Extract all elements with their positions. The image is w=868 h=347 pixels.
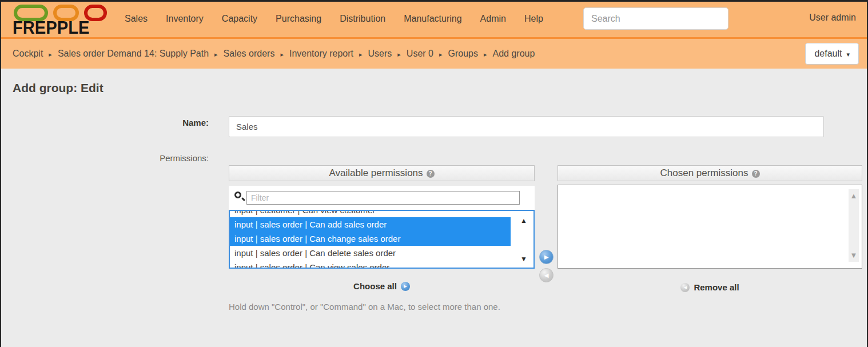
chosen-permissions-header: Chosen permissions? xyxy=(558,165,862,181)
menu-item-sales[interactable]: Sales xyxy=(116,14,157,24)
breadcrumb-separator-icon: ▸ xyxy=(214,50,218,58)
chosen-scrollbar: ▲ ▼ xyxy=(849,189,859,262)
window-edge-top xyxy=(0,0,868,2)
available-permissions-header: Available permissions? xyxy=(229,165,535,181)
main-content: Add group: Edit Name: Permissions: Avail… xyxy=(0,69,868,347)
chosen-permissions-select[interactable]: ▲ ▼ xyxy=(558,185,862,269)
permissions-label: Permissions: xyxy=(0,153,209,163)
breadcrumb-separator-icon: ▸ xyxy=(49,50,52,58)
breadcrumb-separator-icon: ▸ xyxy=(397,50,401,58)
breadcrumb-sales-orders[interactable]: Sales orders xyxy=(224,49,275,59)
permission-option[interactable]: input | sales order | Can view sales ord… xyxy=(230,260,511,269)
multi-select-help-text: Hold down "Control", or "Command" on a M… xyxy=(229,302,500,312)
breadcrumb-add-group[interactable]: Add group xyxy=(493,49,535,59)
remove-all-arrow-icon: ◀ xyxy=(680,283,690,292)
scenario-dropdown-button[interactable]: default ▾ xyxy=(805,43,859,65)
remove-all-link[interactable]: ◀ Remove all xyxy=(558,282,862,292)
logo-text: FREPPLE xyxy=(13,18,89,38)
scenario-dropdown-label: default xyxy=(814,49,842,59)
menu-item-capacity[interactable]: Capacity xyxy=(213,14,266,24)
arrow-right-icon: ▶ xyxy=(544,254,549,260)
main-menu: Sales Inventory Capacity Purchasing Dist… xyxy=(116,0,552,37)
remove-selected-button[interactable]: ◀ xyxy=(539,268,554,282)
search-icon xyxy=(234,191,245,202)
filter-input[interactable] xyxy=(246,191,520,205)
name-input[interactable] xyxy=(229,116,824,137)
scroll-up-icon[interactable]: ▲ xyxy=(519,217,528,225)
breadcrumb: Cockpit ▸ Sales order Demand 14: Supply … xyxy=(13,39,535,69)
frepple-app-window: FREPPLE Sales Inventory Capacity Purchas… xyxy=(0,0,868,347)
breadcrumb-user-0[interactable]: User 0 xyxy=(407,49,433,59)
breadcrumb-separator-icon: ▸ xyxy=(359,50,363,58)
scroll-down-icon[interactable]: ▼ xyxy=(849,251,859,260)
permission-option[interactable]: input | customer | Can view customer xyxy=(230,210,511,217)
user-menu[interactable]: User admin xyxy=(809,13,856,23)
menu-item-inventory[interactable]: Inventory xyxy=(157,14,213,24)
breadcrumb-users[interactable]: Users xyxy=(368,49,392,59)
breadcrumb-separator-icon: ▸ xyxy=(439,50,443,58)
window-edge-left xyxy=(0,0,1,347)
breadcrumb-cockpit[interactable]: Cockpit xyxy=(13,49,43,59)
permission-option[interactable]: input | sales order | Can delete sales o… xyxy=(230,246,511,260)
page-title: Add group: Edit xyxy=(13,81,103,95)
available-permissions-select[interactable]: input | customer | Can view customerinpu… xyxy=(229,210,535,269)
breadcrumb-inventory-report[interactable]: Inventory report xyxy=(289,49,353,59)
search-input[interactable] xyxy=(583,7,728,30)
help-icon[interactable]: ? xyxy=(752,170,760,178)
permission-option[interactable]: input | sales order | Can add sales orde… xyxy=(230,217,511,232)
menu-item-help[interactable]: Help xyxy=(515,14,552,24)
top-navbar: FREPPLE Sales Inventory Capacity Purchas… xyxy=(0,0,868,37)
remove-all-label: Remove all xyxy=(694,282,739,292)
chosen-permissions-title: Chosen permissions xyxy=(660,167,748,178)
arrow-left-icon: ◀ xyxy=(544,272,549,278)
menu-item-admin[interactable]: Admin xyxy=(471,14,515,24)
choose-all-link[interactable]: Choose all ▶ xyxy=(229,281,535,291)
available-scrollbar: ▲ ▼ xyxy=(519,211,528,268)
breadcrumb-bar: Cockpit ▸ Sales order Demand 14: Supply … xyxy=(0,39,868,69)
help-icon[interactable]: ? xyxy=(427,170,435,178)
caret-down-icon: ▾ xyxy=(846,49,850,58)
choose-all-arrow-icon: ▶ xyxy=(401,282,410,291)
available-options: input | customer | Can view customerinpu… xyxy=(230,210,533,269)
scroll-up-icon[interactable]: ▲ xyxy=(849,192,859,200)
choose-all-label: Choose all xyxy=(353,281,397,291)
available-permissions-title: Available permissions xyxy=(329,167,423,178)
permission-option[interactable]: input | sales order | Can change sales o… xyxy=(230,232,511,246)
menu-item-purchasing[interactable]: Purchasing xyxy=(266,14,331,24)
breadcrumb-separator-icon: ▸ xyxy=(484,50,487,58)
choose-selected-button[interactable]: ▶ xyxy=(539,250,554,264)
menu-item-manufacturing[interactable]: Manufacturing xyxy=(395,14,471,24)
filter-box xyxy=(229,186,535,210)
scroll-down-icon[interactable]: ▼ xyxy=(519,255,528,263)
breadcrumb-groups[interactable]: Groups xyxy=(448,49,478,59)
menu-item-distribution[interactable]: Distribution xyxy=(331,14,395,24)
frepple-logo[interactable]: FREPPLE xyxy=(7,3,109,35)
breadcrumb-supply-path[interactable]: Sales order Demand 14: Supply Path xyxy=(58,49,209,59)
name-label: Name: xyxy=(0,118,209,127)
breadcrumb-separator-icon: ▸ xyxy=(280,50,284,58)
